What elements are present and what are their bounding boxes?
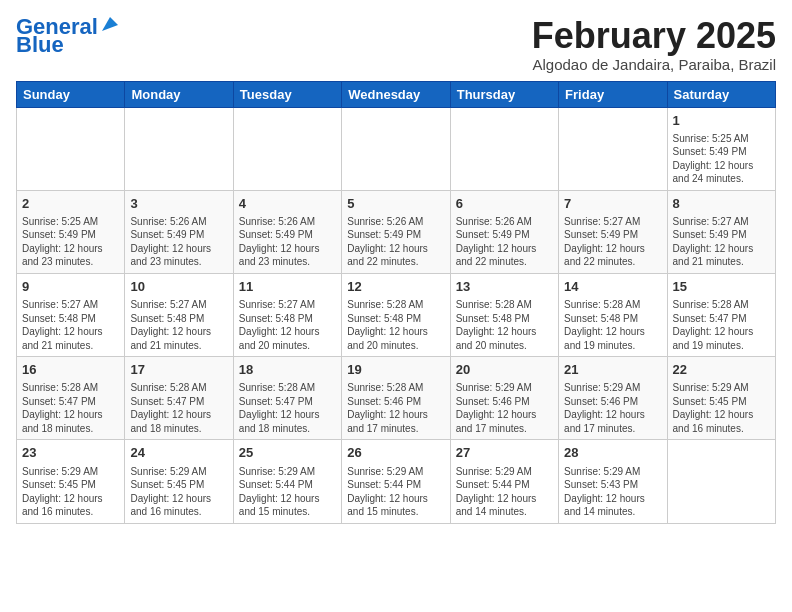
day-number: 6 bbox=[456, 195, 553, 213]
day-number: 10 bbox=[130, 278, 227, 296]
day-cell: 19Sunrise: 5:28 AM Sunset: 5:46 PM Dayli… bbox=[342, 357, 450, 440]
day-cell: 2Sunrise: 5:25 AM Sunset: 5:49 PM Daylig… bbox=[17, 190, 125, 273]
day-cell: 21Sunrise: 5:29 AM Sunset: 5:46 PM Dayli… bbox=[559, 357, 667, 440]
day-info: Sunrise: 5:28 AM Sunset: 5:47 PM Dayligh… bbox=[239, 381, 336, 435]
page-header: General Blue February 2025 Algodao de Ja… bbox=[16, 16, 776, 73]
day-info: Sunrise: 5:28 AM Sunset: 5:47 PM Dayligh… bbox=[130, 381, 227, 435]
day-cell: 9Sunrise: 5:27 AM Sunset: 5:48 PM Daylig… bbox=[17, 273, 125, 356]
week-row-5: 23Sunrise: 5:29 AM Sunset: 5:45 PM Dayli… bbox=[17, 440, 776, 523]
day-number: 17 bbox=[130, 361, 227, 379]
day-info: Sunrise: 5:25 AM Sunset: 5:49 PM Dayligh… bbox=[22, 215, 119, 269]
day-cell: 12Sunrise: 5:28 AM Sunset: 5:48 PM Dayli… bbox=[342, 273, 450, 356]
day-cell bbox=[125, 107, 233, 190]
day-number: 28 bbox=[564, 444, 661, 462]
day-cell bbox=[17, 107, 125, 190]
day-number: 19 bbox=[347, 361, 444, 379]
day-number: 21 bbox=[564, 361, 661, 379]
column-header-friday: Friday bbox=[559, 81, 667, 107]
week-row-4: 16Sunrise: 5:28 AM Sunset: 5:47 PM Dayli… bbox=[17, 357, 776, 440]
day-cell: 5Sunrise: 5:26 AM Sunset: 5:49 PM Daylig… bbox=[342, 190, 450, 273]
day-info: Sunrise: 5:29 AM Sunset: 5:45 PM Dayligh… bbox=[673, 381, 770, 435]
day-info: Sunrise: 5:29 AM Sunset: 5:44 PM Dayligh… bbox=[456, 465, 553, 519]
day-number: 4 bbox=[239, 195, 336, 213]
day-number: 24 bbox=[130, 444, 227, 462]
day-info: Sunrise: 5:28 AM Sunset: 5:46 PM Dayligh… bbox=[347, 381, 444, 435]
logo-bird-icon bbox=[100, 15, 118, 33]
day-number: 12 bbox=[347, 278, 444, 296]
day-info: Sunrise: 5:29 AM Sunset: 5:44 PM Dayligh… bbox=[239, 465, 336, 519]
header-row: SundayMondayTuesdayWednesdayThursdayFrid… bbox=[17, 81, 776, 107]
day-info: Sunrise: 5:25 AM Sunset: 5:49 PM Dayligh… bbox=[673, 132, 770, 186]
day-info: Sunrise: 5:27 AM Sunset: 5:48 PM Dayligh… bbox=[130, 298, 227, 352]
day-cell: 8Sunrise: 5:27 AM Sunset: 5:49 PM Daylig… bbox=[667, 190, 775, 273]
day-cell: 17Sunrise: 5:28 AM Sunset: 5:47 PM Dayli… bbox=[125, 357, 233, 440]
day-cell: 4Sunrise: 5:26 AM Sunset: 5:49 PM Daylig… bbox=[233, 190, 341, 273]
day-cell: 28Sunrise: 5:29 AM Sunset: 5:43 PM Dayli… bbox=[559, 440, 667, 523]
day-cell: 24Sunrise: 5:29 AM Sunset: 5:45 PM Dayli… bbox=[125, 440, 233, 523]
column-header-thursday: Thursday bbox=[450, 81, 558, 107]
day-number: 23 bbox=[22, 444, 119, 462]
day-cell: 26Sunrise: 5:29 AM Sunset: 5:44 PM Dayli… bbox=[342, 440, 450, 523]
day-cell bbox=[342, 107, 450, 190]
day-cell: 14Sunrise: 5:28 AM Sunset: 5:48 PM Dayli… bbox=[559, 273, 667, 356]
day-info: Sunrise: 5:29 AM Sunset: 5:45 PM Dayligh… bbox=[22, 465, 119, 519]
day-info: Sunrise: 5:27 AM Sunset: 5:48 PM Dayligh… bbox=[22, 298, 119, 352]
day-info: Sunrise: 5:29 AM Sunset: 5:46 PM Dayligh… bbox=[564, 381, 661, 435]
column-header-monday: Monday bbox=[125, 81, 233, 107]
day-info: Sunrise: 5:26 AM Sunset: 5:49 PM Dayligh… bbox=[347, 215, 444, 269]
day-cell: 23Sunrise: 5:29 AM Sunset: 5:45 PM Dayli… bbox=[17, 440, 125, 523]
day-info: Sunrise: 5:28 AM Sunset: 5:48 PM Dayligh… bbox=[564, 298, 661, 352]
location-subtitle: Algodao de Jandaira, Paraiba, Brazil bbox=[532, 56, 776, 73]
day-info: Sunrise: 5:29 AM Sunset: 5:46 PM Dayligh… bbox=[456, 381, 553, 435]
calendar-header: SundayMondayTuesdayWednesdayThursdayFrid… bbox=[17, 81, 776, 107]
column-header-tuesday: Tuesday bbox=[233, 81, 341, 107]
column-header-wednesday: Wednesday bbox=[342, 81, 450, 107]
day-cell: 20Sunrise: 5:29 AM Sunset: 5:46 PM Dayli… bbox=[450, 357, 558, 440]
day-cell: 13Sunrise: 5:28 AM Sunset: 5:48 PM Dayli… bbox=[450, 273, 558, 356]
day-cell bbox=[233, 107, 341, 190]
day-cell: 1Sunrise: 5:25 AM Sunset: 5:49 PM Daylig… bbox=[667, 107, 775, 190]
title-area: February 2025 Algodao de Jandaira, Parai… bbox=[532, 16, 776, 73]
day-number: 27 bbox=[456, 444, 553, 462]
day-cell bbox=[450, 107, 558, 190]
week-row-2: 2Sunrise: 5:25 AM Sunset: 5:49 PM Daylig… bbox=[17, 190, 776, 273]
day-info: Sunrise: 5:28 AM Sunset: 5:47 PM Dayligh… bbox=[22, 381, 119, 435]
day-cell: 22Sunrise: 5:29 AM Sunset: 5:45 PM Dayli… bbox=[667, 357, 775, 440]
day-cell: 15Sunrise: 5:28 AM Sunset: 5:47 PM Dayli… bbox=[667, 273, 775, 356]
day-info: Sunrise: 5:28 AM Sunset: 5:48 PM Dayligh… bbox=[456, 298, 553, 352]
day-number: 16 bbox=[22, 361, 119, 379]
day-info: Sunrise: 5:29 AM Sunset: 5:44 PM Dayligh… bbox=[347, 465, 444, 519]
day-number: 5 bbox=[347, 195, 444, 213]
column-header-saturday: Saturday bbox=[667, 81, 775, 107]
day-info: Sunrise: 5:28 AM Sunset: 5:47 PM Dayligh… bbox=[673, 298, 770, 352]
day-number: 1 bbox=[673, 112, 770, 130]
day-cell: 25Sunrise: 5:29 AM Sunset: 5:44 PM Dayli… bbox=[233, 440, 341, 523]
day-cell bbox=[559, 107, 667, 190]
day-cell: 3Sunrise: 5:26 AM Sunset: 5:49 PM Daylig… bbox=[125, 190, 233, 273]
column-header-sunday: Sunday bbox=[17, 81, 125, 107]
day-number: 26 bbox=[347, 444, 444, 462]
calendar-table: SundayMondayTuesdayWednesdayThursdayFrid… bbox=[16, 81, 776, 524]
day-number: 13 bbox=[456, 278, 553, 296]
day-number: 9 bbox=[22, 278, 119, 296]
day-number: 2 bbox=[22, 195, 119, 213]
day-cell: 6Sunrise: 5:26 AM Sunset: 5:49 PM Daylig… bbox=[450, 190, 558, 273]
month-title: February 2025 bbox=[532, 16, 776, 56]
day-number: 3 bbox=[130, 195, 227, 213]
day-cell: 11Sunrise: 5:27 AM Sunset: 5:48 PM Dayli… bbox=[233, 273, 341, 356]
logo-text-blue: Blue bbox=[16, 34, 64, 56]
day-cell: 7Sunrise: 5:27 AM Sunset: 5:49 PM Daylig… bbox=[559, 190, 667, 273]
day-cell bbox=[667, 440, 775, 523]
day-info: Sunrise: 5:27 AM Sunset: 5:49 PM Dayligh… bbox=[564, 215, 661, 269]
day-cell: 18Sunrise: 5:28 AM Sunset: 5:47 PM Dayli… bbox=[233, 357, 341, 440]
day-info: Sunrise: 5:29 AM Sunset: 5:45 PM Dayligh… bbox=[130, 465, 227, 519]
day-cell: 10Sunrise: 5:27 AM Sunset: 5:48 PM Dayli… bbox=[125, 273, 233, 356]
week-row-1: 1Sunrise: 5:25 AM Sunset: 5:49 PM Daylig… bbox=[17, 107, 776, 190]
day-info: Sunrise: 5:26 AM Sunset: 5:49 PM Dayligh… bbox=[239, 215, 336, 269]
day-number: 14 bbox=[564, 278, 661, 296]
day-info: Sunrise: 5:27 AM Sunset: 5:49 PM Dayligh… bbox=[673, 215, 770, 269]
day-number: 11 bbox=[239, 278, 336, 296]
day-number: 15 bbox=[673, 278, 770, 296]
day-cell: 27Sunrise: 5:29 AM Sunset: 5:44 PM Dayli… bbox=[450, 440, 558, 523]
day-info: Sunrise: 5:26 AM Sunset: 5:49 PM Dayligh… bbox=[130, 215, 227, 269]
